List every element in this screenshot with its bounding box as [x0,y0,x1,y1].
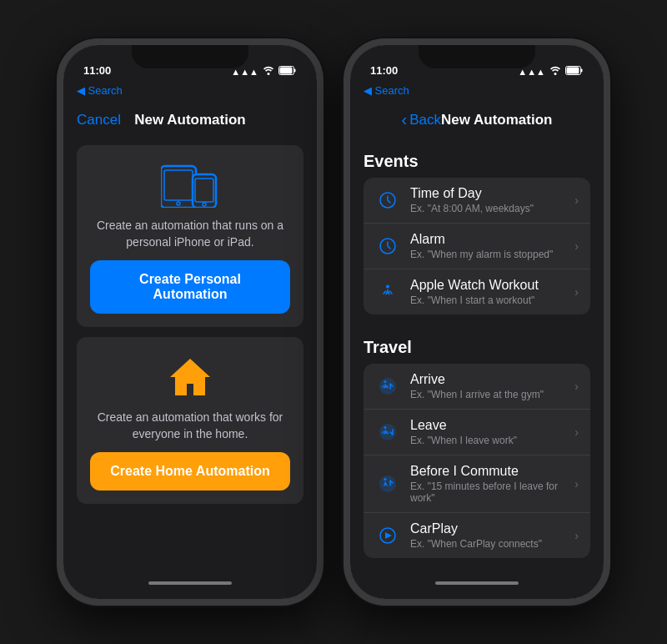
carplay-text: CarPlay Ex. "When CarPlay connects" [410,521,568,550]
svg-point-22 [379,475,396,492]
list-item-time-of-day[interactable]: Time of Day Ex. "At 8:00 AM, weekdays" › [364,178,590,224]
time-of-day-text: Time of Day Ex. "At 8:00 AM, weekdays" [410,186,568,214]
time-of-day-subtitle: Ex. "At 8:00 AM, weekdays" [410,203,568,214]
home-indicator [63,574,317,599]
right-list-content: Events Time of Day Ex. "At [350,138,604,574]
travel-list: Arrive Ex. "When I arrive at the gym" › [364,364,590,558]
clock-icon-time [375,188,400,213]
svg-point-21 [384,426,387,429]
right-search-back[interactable]: ◀ Search [364,84,409,97]
svg-rect-3 [280,68,293,74]
right-search-nav: ◀ Search [350,82,604,98]
workout-title: Apple Watch Workout [410,278,568,293]
svg-point-17 [386,285,389,289]
right-home-indicator-bar [435,581,519,585]
chevron-icon-alarm: › [574,239,579,253]
right-phone-screen: 11:00 ▲▲▲ [350,45,604,599]
events-list: Time of Day Ex. "At 8:00 AM, weekdays" › [364,178,590,314]
figure-icon [375,279,400,304]
svg-marker-10 [170,359,210,395]
right-home-indicator [350,574,604,599]
travel-section-header: Travel [364,325,590,364]
arrive-title: Arrive [410,372,568,387]
chevron-icon-workout: › [574,285,579,299]
create-personal-button[interactable]: Create Personal Automation [90,260,290,314]
right-status-time: 11:00 [370,64,398,77]
list-item-alarm[interactable]: Alarm Ex. "When my alarm is stopped" › [364,224,590,269]
svg-point-11 [554,73,557,75]
carplay-icon [375,523,400,548]
right-phone: 11:00 ▲▲▲ [344,38,610,606]
leave-subtitle: Ex. "When I leave work" [410,435,568,446]
list-item-commute[interactable]: Before I Commute Ex. "15 minutes before … [364,455,590,513]
commute-icon [375,471,400,496]
right-nav-title: New Automation [441,112,552,128]
list-item-carplay[interactable]: CarPlay Ex. "When CarPlay connects" › [364,513,590,558]
search-back[interactable]: ◀ Search [77,84,123,97]
nav-bar: Cancel New Automation [63,102,317,138]
cancel-button[interactable]: Cancel [77,112,121,128]
time-of-day-title: Time of Day [410,186,568,201]
svg-point-0 [268,73,270,75]
svg-point-23 [384,478,387,480]
chevron-icon-arrive: › [574,380,579,393]
home-icon [165,354,215,400]
svg-rect-2 [294,69,296,73]
back-button[interactable]: ‹ Back [402,112,441,128]
right-wifi-icon [549,66,561,77]
alarm-subtitle: Ex. "When my alarm is stopped" [410,249,568,260]
settings-section-header: Settings [364,568,590,574]
svg-rect-13 [581,69,583,73]
screen-content: Create an automation that runs on a pers… [63,138,317,574]
svg-rect-14 [567,68,579,74]
back-chevron-icon: ‹ [402,111,408,128]
nav-title: New Automation [134,112,245,128]
right-screen-content: Events Time of Day Ex. "At [350,138,604,574]
chevron-icon-leave: › [574,425,579,439]
chevron-icon-commute: › [574,477,579,491]
device-icon [161,162,219,208]
status-icons: ▲▲▲ [231,66,297,77]
home-card-text: Create an automation that works for ever… [90,410,290,442]
left-phone-shell: 11:00 ▲▲▲ [57,38,323,606]
personal-card: Create an automation that runs on a pers… [77,145,303,327]
list-item-workout[interactable]: Apple Watch Workout Ex. "When I start a … [364,269,590,314]
leave-title: Leave [410,418,568,433]
home-card: Create an automation that works for ever… [77,337,303,504]
left-phone: 11:00 ▲▲▲ [57,38,323,606]
commute-subtitle: Ex. "15 minutes before I leave for work" [410,480,568,504]
carplay-title: CarPlay [410,521,568,536]
personal-card-text: Create an automation that runs on a pers… [90,218,290,250]
status-time: 11:00 [83,64,111,77]
chevron-icon-carplay: › [574,529,579,542]
right-nav-bar: ‹ Back New Automation [350,102,604,138]
leave-text: Leave Ex. "When I leave work" [410,418,568,446]
battery-icon [278,66,297,77]
wifi-icon [263,66,274,77]
home-indicator-bar [148,581,232,585]
svg-point-6 [177,202,180,205]
arrive-text: Arrive Ex. "When I arrive at the gym" [410,372,568,400]
carplay-subtitle: Ex. "When CarPlay connects" [410,538,568,550]
right-phone-shell: 11:00 ▲▲▲ [344,38,610,606]
left-content: Create an automation that runs on a pers… [63,138,317,511]
right-status-icons: ▲▲▲ [518,66,584,77]
alarm-text: Alarm Ex. "When my alarm is stopped" [410,232,568,260]
svg-rect-5 [164,170,193,200]
right-battery-icon [565,66,584,77]
workout-subtitle: Ex. "When I start a workout" [410,294,568,306]
list-item-arrive[interactable]: Arrive Ex. "When I arrive at the gym" › [364,364,590,410]
list-item-leave[interactable]: Leave Ex. "When I leave work" › [364,410,590,455]
back-label: Back [409,112,441,128]
notch [132,45,248,68]
clock-icon-alarm [375,234,400,259]
alarm-title: Alarm [410,232,568,247]
right-notch [419,45,535,68]
svg-point-19 [384,380,387,383]
create-home-button[interactable]: Create Home Automation [90,452,290,491]
chevron-icon: › [574,194,579,207]
arrive-subtitle: Ex. "When I arrive at the gym" [410,389,568,400]
search-nav: ◀ Search [63,82,317,98]
svg-marker-25 [385,532,392,539]
workout-text: Apple Watch Workout Ex. "When I start a … [410,278,568,306]
